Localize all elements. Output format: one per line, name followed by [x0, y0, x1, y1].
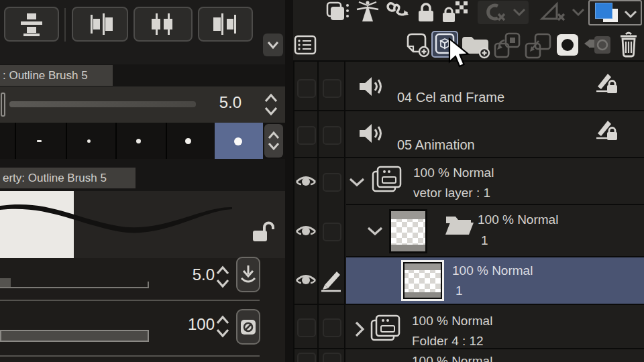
clip-to-layer-disabled-icon	[478, 1, 529, 24]
preset-cell-divider	[66, 123, 67, 159]
preset-cell-divider	[15, 123, 16, 159]
list-icon[interactable]	[294, 34, 317, 56]
opacity-slider-bar[interactable]	[0, 330, 149, 342]
size-popup-title: : Outline Brush 5	[0, 65, 113, 86]
property-title-text: erty: Outline Brush 5	[3, 172, 107, 185]
lock-icon[interactable]	[416, 1, 436, 23]
layer-blend[interactable]: 100 % Normal	[412, 354, 492, 362]
toolbar-overflow-button[interactable]	[263, 34, 283, 56]
no-dynamics-button[interactable]	[236, 309, 260, 345]
opacity-value[interactable]: 100	[169, 315, 215, 334]
brush-size-value[interactable]: 5.0	[169, 265, 215, 284]
edit-checkbox-empty[interactable]	[323, 126, 341, 145]
size-popup-spinner[interactable]	[263, 93, 279, 117]
layer-mask-icon[interactable]	[555, 33, 580, 57]
brush-size-spinner[interactable]	[215, 265, 231, 289]
brush-size-slider-track[interactable]	[0, 287, 149, 288]
preset-dot-5[interactable]	[234, 137, 242, 145]
pen-lock-icon[interactable]	[596, 71, 619, 97]
eye-icon[interactable]	[295, 173, 317, 189]
press-icon	[17, 11, 46, 38]
grab-hand-icon[interactable]	[385, 1, 411, 24]
edit-checkbox-empty[interactable]	[323, 79, 341, 98]
no-dynamics-icon	[239, 318, 257, 336]
column-line-2	[317, 62, 319, 362]
onion-tower-icon[interactable]	[356, 0, 380, 23]
panel-divider	[285, 0, 293, 362]
row-separator	[293, 110, 644, 111]
press-button[interactable]	[4, 7, 59, 42]
preset-spinner[interactable]	[264, 124, 283, 158]
opacity-spinner[interactable]	[215, 314, 231, 339]
column-line-1	[293, 62, 294, 362]
pen-lock-icon[interactable]	[596, 118, 619, 143]
visibility-checkbox-empty[interactable]	[297, 79, 316, 98]
taper-right-button[interactable]	[72, 7, 128, 42]
chevron-down-icon[interactable]	[366, 225, 384, 237]
new-raster-layer-icon[interactable]	[402, 32, 431, 58]
layer-thumbnail[interactable]	[389, 209, 427, 253]
layer-blend[interactable]: 100 % Normal	[452, 263, 533, 278]
unlock-icon[interactable]	[251, 220, 275, 244]
preset-dot-1[interactable]	[37, 140, 42, 142]
merge-to-lower-icon[interactable]	[524, 33, 552, 60]
visibility-checkbox-empty[interactable]	[297, 126, 316, 145]
taper-left-button[interactable]	[198, 7, 253, 42]
visibility-checkbox-empty[interactable]	[297, 353, 316, 362]
eye-icon[interactable]	[295, 272, 317, 288]
speaker-icon[interactable]	[358, 75, 385, 98]
slider-handle[interactable]	[1, 93, 5, 117]
layer-label[interactable]: 04 Cel and Frame	[397, 90, 504, 105]
property-separator-1	[0, 300, 260, 301]
preset-dot-3[interactable]	[136, 139, 141, 143]
pencil-icon[interactable]	[320, 267, 344, 294]
edit-checkbox-empty[interactable]	[323, 353, 341, 362]
layer-name[interactable]: 1	[481, 233, 488, 248]
speaker-icon[interactable]	[358, 122, 385, 145]
chevron-down-icon[interactable]	[348, 176, 366, 188]
edit-checkbox-empty[interactable]	[323, 223, 341, 241]
chevron-right-icon[interactable]	[354, 320, 366, 338]
layer-blend[interactable]: 100 % Normal	[478, 213, 558, 227]
animation-folder-icon[interactable]	[371, 164, 403, 195]
column-line-3	[344, 62, 345, 362]
preset-dot-4[interactable]	[185, 138, 191, 144]
property-separator-2	[0, 355, 260, 357]
apply-mask-icon[interactable]	[583, 32, 612, 58]
chevron-down-icon	[623, 9, 638, 19]
layer-name[interactable]: vetor layer : 1	[413, 186, 490, 200]
taper-center-icon	[148, 11, 178, 38]
visibility-checkbox-empty[interactable]	[297, 318, 316, 337]
preset-dot-2[interactable]	[87, 139, 91, 143]
lock-transparent-icon[interactable]	[441, 1, 469, 23]
pressure-source-button[interactable]	[236, 257, 260, 292]
layer-color-button[interactable]	[588, 0, 642, 25]
clip-to-layer-button-disabled[interactable]	[478, 1, 529, 24]
delete-layer-icon[interactable]	[616, 31, 641, 59]
open-folder-icon[interactable]	[444, 212, 476, 237]
layer-name[interactable]: 1	[455, 284, 463, 298]
size-popup-value[interactable]: 5.0	[201, 93, 241, 112]
ruler-disabled-icon[interactable]	[537, 1, 586, 24]
layer-label[interactable]: 05 Animation	[397, 137, 475, 153]
preset-cell-divider	[166, 123, 167, 159]
layer-blend[interactable]: 100 % Normal	[412, 314, 492, 328]
app-screenshot: : Outline Brush 5 5.0 erty: Outline Brus…	[0, 0, 644, 362]
slider-streak[interactable]	[9, 101, 196, 107]
eye-icon[interactable]	[295, 223, 317, 239]
preset-strip	[0, 123, 285, 159]
transfer-to-lower-icon[interactable]	[493, 32, 523, 59]
layer-name[interactable]: Folder 4 : 12	[412, 334, 484, 349]
layer-blend[interactable]: 100 % Normal	[413, 166, 494, 180]
pressure-source-icon	[239, 264, 257, 286]
taper-center-button[interactable]	[133, 7, 193, 42]
edit-checkbox-empty[interactable]	[323, 318, 341, 337]
transfer-dots-icon[interactable]	[326, 1, 350, 23]
row-separator	[346, 256, 644, 257]
edit-checkbox-empty[interactable]	[323, 173, 341, 192]
row-separator	[293, 157, 644, 158]
layer-thumbnail-selected[interactable]	[401, 260, 444, 301]
animation-folder-icon[interactable]	[370, 313, 402, 344]
column-bg	[293, 62, 345, 362]
chevron-down-icon	[266, 40, 280, 50]
